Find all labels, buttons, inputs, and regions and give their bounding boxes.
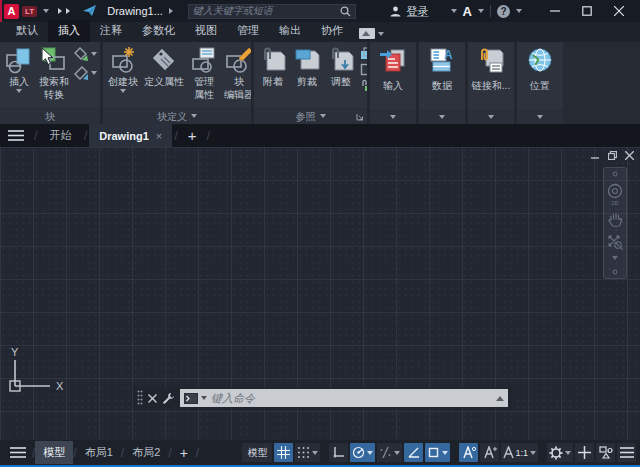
title-bar: A LT Drawing1... 键入关键字或短语 登录 A [0, 0, 640, 22]
drawing-close-icon[interactable] [625, 151, 634, 160]
polar-tracking-toggle[interactable] [350, 443, 375, 462]
panel-link-extract[interactable]: 链接和... [468, 42, 514, 124]
tab-close-icon[interactable]: × [156, 130, 162, 142]
qat-expand-button[interactable] [57, 8, 73, 14]
manage-attributes-button[interactable]: 管理 属性 [187, 44, 221, 108]
user-icon[interactable] [390, 6, 401, 17]
layout-tab-layout1[interactable]: 布局1 [77, 441, 121, 464]
define-attributes-label: 定义属性 [144, 76, 184, 87]
isometric-drafting-toggle[interactable] [377, 443, 402, 462]
drawing-canvas[interactable]: 2D Y X [0, 147, 640, 440]
edit-attribute-single-button[interactable] [74, 47, 97, 62]
command-input[interactable]: 键入命令 [180, 389, 508, 407]
zoom-icon[interactable] [607, 234, 623, 250]
tab-parametric[interactable]: 参数化 [132, 20, 185, 42]
drawing-restore-icon[interactable] [608, 151, 617, 160]
attach-label: 附着 [263, 76, 283, 87]
dialog-launcher-icon[interactable] [356, 113, 364, 121]
insert-block-button[interactable]: 插入 [2, 44, 36, 108]
ribbon-display-toggle[interactable] [359, 28, 384, 39]
divider [490, 5, 491, 17]
ortho-toggle[interactable] [329, 443, 348, 462]
object-snap-toggle[interactable] [425, 443, 450, 462]
clip-button[interactable]: 剪裁 [290, 44, 324, 108]
panel-block-label[interactable]: 块 [0, 108, 100, 124]
file-tab-start[interactable]: 开始 [40, 124, 82, 147]
autodesk-logo[interactable]: A [463, 4, 472, 19]
attach-button[interactable]: 附着 [256, 44, 290, 108]
app-logo[interactable]: A [4, 4, 19, 19]
edit-attribute-icon [74, 47, 89, 62]
layout-tab-layout2[interactable]: 布局2 [124, 441, 168, 464]
wrench-icon[interactable] [162, 392, 175, 405]
tab-collaborate[interactable]: 协作 [311, 20, 353, 42]
search-icon[interactable] [340, 6, 351, 17]
tab-manage[interactable]: 管理 [227, 20, 269, 42]
panel-import[interactable]: 输入 [370, 42, 416, 124]
chevron-down-icon [91, 52, 97, 59]
edit-attributes-icon [74, 66, 89, 81]
edit-attribute-multiple-button[interactable] [74, 66, 97, 81]
tab-annotate[interactable]: 注释 [90, 20, 132, 42]
annotation-scale-button[interactable]: 1:1 [501, 443, 538, 462]
grid-toggle[interactable] [274, 443, 293, 462]
define-attributes-button[interactable]: 定义属性 [141, 44, 187, 108]
object-snap-tracking-toggle[interactable] [404, 443, 423, 462]
new-drawing-button[interactable]: + [180, 127, 205, 144]
command-history-up-icon[interactable] [496, 392, 504, 401]
tab-insert[interactable]: 插入 [48, 20, 90, 42]
ucs-y-label: Y [11, 346, 19, 358]
customization-button[interactable] [617, 443, 636, 462]
help-caret-icon[interactable] [516, 9, 522, 16]
layout-tab-model[interactable]: 模型 [35, 441, 73, 464]
annotation-visibility-toggle[interactable] [459, 443, 478, 462]
minimize-button[interactable] [542, 2, 568, 20]
file-tab-menu-button[interactable] [0, 130, 32, 141]
autodesk-caret-icon[interactable] [478, 9, 484, 16]
status-bar: / 模型 / 布局1 / 布局2 / + / 模型 [0, 440, 640, 465]
clean-screen-button[interactable] [575, 443, 594, 462]
tab-default[interactable]: 默认 [6, 20, 48, 42]
adjust-button[interactable]: 调整 [324, 44, 358, 108]
hamburger-icon [620, 447, 634, 458]
isolate-objects-button[interactable] [596, 443, 615, 462]
navigation-bar[interactable]: 2D [603, 167, 627, 279]
file-tab-drawing1[interactable]: Drawing1 × [89, 124, 172, 147]
panel-reference-label[interactable]: 参照 [254, 108, 367, 124]
command-line[interactable]: 键入命令 [133, 387, 512, 409]
layout-menu-button[interactable] [4, 447, 32, 458]
signin-caret-icon[interactable] [451, 9, 457, 16]
model-space-button[interactable]: 模型 [242, 443, 272, 462]
grid-icon [277, 446, 290, 459]
tab-view[interactable]: 视图 [185, 20, 227, 42]
snap-toggle[interactable] [295, 443, 320, 462]
create-block-icon [109, 46, 137, 74]
drawing-minimize-icon[interactable] [591, 151, 600, 160]
annotation-autoscale-toggle[interactable] [480, 443, 499, 462]
recent-commands-button[interactable] [184, 393, 207, 404]
panel-block-definition-label[interactable]: 块定义 [103, 108, 251, 124]
help-button[interactable]: ? [497, 5, 510, 18]
search-input[interactable]: 键入关键字或短语 [188, 4, 356, 19]
workspace-switch-button[interactable] [547, 443, 573, 462]
nav-more-caret-icon[interactable] [612, 256, 618, 263]
tab-output[interactable]: 输出 [269, 20, 311, 42]
panel-data[interactable]: A 数据 [419, 42, 465, 124]
maximize-button[interactable] [574, 2, 600, 20]
steering-wheel-icon[interactable] [607, 183, 623, 199]
app-menu-caret-icon[interactable] [43, 9, 49, 16]
close-button[interactable] [606, 2, 632, 20]
snap-grid-icon [297, 446, 310, 459]
pan-hand-icon[interactable] [608, 212, 623, 228]
grip-handle-icon[interactable] [137, 390, 143, 406]
title-flyout-icon[interactable] [169, 8, 176, 14]
create-block-button[interactable]: 创建块 [105, 44, 141, 108]
chevron-down-icon [367, 451, 373, 458]
location-label: 位置 [530, 79, 550, 93]
share-icon[interactable] [83, 5, 97, 17]
new-layout-button[interactable]: + [172, 445, 196, 461]
sign-in-link[interactable]: 登录 [407, 4, 429, 19]
command-close-icon[interactable] [148, 394, 157, 403]
chevron-down-icon [565, 451, 571, 458]
panel-location[interactable]: 位置 [517, 42, 563, 124]
